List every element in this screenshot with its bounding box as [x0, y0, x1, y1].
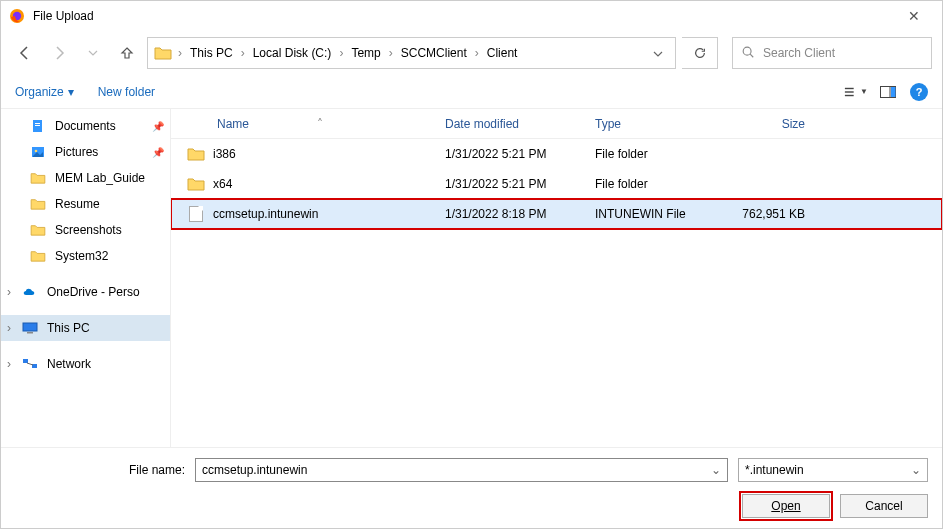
help-button[interactable]: ? — [910, 83, 928, 101]
refresh-button[interactable] — [682, 37, 718, 69]
filename-combobox[interactable]: ⌄ — [195, 458, 728, 482]
file-name: i386 — [213, 147, 236, 161]
file-type: INTUNEWIN File — [595, 207, 727, 221]
folder-icon — [187, 175, 205, 193]
thispc-icon — [21, 321, 39, 335]
up-button[interactable] — [113, 39, 141, 67]
file-filter[interactable]: *.intunewin ⌄ — [738, 458, 928, 482]
svg-rect-16 — [27, 332, 33, 334]
svg-rect-11 — [35, 123, 40, 124]
window-title: File Upload — [33, 9, 894, 23]
chevron-right-icon[interactable]: › — [176, 46, 184, 60]
sort-indicator-icon: ˄ — [317, 117, 323, 131]
folder-icon — [29, 249, 47, 263]
sidebar-item-memlab[interactable]: MEM Lab_Guide — [1, 165, 170, 191]
breadcrumb-local-disk[interactable]: Local Disk (C:) — [251, 46, 334, 60]
svg-rect-15 — [23, 323, 37, 331]
organize-button[interactable]: Organize ▾ — [15, 85, 74, 99]
sidebar-item-label: System32 — [55, 249, 108, 263]
close-icon[interactable]: ✕ — [894, 8, 934, 24]
folder-icon — [29, 223, 47, 237]
open-button[interactable]: Open — [742, 494, 830, 518]
sidebar-item-documents[interactable]: Documents 📌 — [1, 113, 170, 139]
back-button[interactable] — [11, 39, 39, 67]
sidebar-item-thispc[interactable]: › This PC — [1, 315, 170, 341]
sidebar-item-resume[interactable]: Resume — [1, 191, 170, 217]
file-size: 762,951 KB — [727, 207, 813, 221]
search-box[interactable] — [732, 37, 932, 69]
sidebar-item-pictures[interactable]: Pictures 📌 — [1, 139, 170, 165]
column-size[interactable]: Size — [727, 117, 813, 131]
breadcrumb-sccmclient[interactable]: SCCMClient — [399, 46, 469, 60]
sidebar-item-screenshots[interactable]: Screenshots — [1, 217, 170, 243]
address-dropdown[interactable] — [647, 46, 669, 60]
sidebar-item-label: This PC — [47, 321, 90, 335]
column-type[interactable]: Type — [595, 117, 727, 131]
file-row[interactable]: i386 1/31/2022 5:21 PM File folder — [171, 139, 942, 169]
file-date: 1/31/2022 5:21 PM — [445, 147, 595, 161]
column-date[interactable]: Date modified — [445, 117, 595, 131]
file-row[interactable]: x64 1/31/2022 5:21 PM File folder — [171, 169, 942, 199]
chevron-down-icon[interactable]: ⌄ — [711, 463, 721, 477]
expand-icon[interactable]: › — [7, 321, 11, 335]
new-folder-button[interactable]: New folder — [98, 85, 155, 99]
network-icon — [21, 357, 39, 371]
recent-locations-button[interactable] — [79, 39, 107, 67]
column-headers: Name ˄ Date modified Type Size — [171, 109, 942, 139]
folder-icon — [29, 171, 47, 185]
svg-line-3 — [750, 54, 753, 57]
breadcrumb-client[interactable]: Client — [485, 46, 520, 60]
chevron-right-icon[interactable]: › — [387, 46, 395, 60]
sidebar-item-label: Network — [47, 357, 91, 371]
footer: File name: ⌄ *.intunewin ⌄ Open Cancel — [1, 447, 942, 528]
file-date: 1/31/2022 5:21 PM — [445, 177, 595, 191]
forward-button[interactable] — [45, 39, 73, 67]
breadcrumb-temp[interactable]: Temp — [349, 46, 382, 60]
pictures-icon — [29, 145, 47, 159]
sidebar-item-label: Screenshots — [55, 223, 122, 237]
sidebar-item-system32[interactable]: System32 — [1, 243, 170, 269]
file-type: File folder — [595, 147, 727, 161]
sidebar-item-network[interactable]: › Network — [1, 351, 170, 377]
expand-icon[interactable]: › — [7, 357, 11, 371]
pin-icon: 📌 — [152, 121, 164, 132]
svg-rect-12 — [35, 125, 40, 126]
filter-value: *.intunewin — [745, 463, 804, 477]
search-input[interactable] — [763, 46, 923, 60]
cancel-button[interactable]: Cancel — [840, 494, 928, 518]
expand-icon[interactable]: › — [7, 285, 11, 299]
filename-label: File name: — [15, 463, 185, 477]
onedrive-icon — [21, 285, 39, 299]
chevron-right-icon[interactable]: › — [239, 46, 247, 60]
sidebar-item-onedrive[interactable]: › OneDrive - Perso — [1, 279, 170, 305]
preview-pane-button[interactable] — [876, 80, 900, 104]
search-icon — [741, 45, 755, 62]
navbar: › This PC › Local Disk (C:) › Temp › SCC… — [1, 31, 942, 75]
chevron-right-icon[interactable]: › — [473, 46, 481, 60]
file-row[interactable]: ccmsetup.intunewin 1/31/2022 8:18 PM INT… — [171, 199, 942, 229]
sidebar: Documents 📌 Pictures 📌 MEM Lab_Guide Res… — [1, 109, 171, 447]
pin-icon: 📌 — [152, 147, 164, 158]
column-name[interactable]: Name ˄ — [187, 117, 445, 131]
documents-icon — [29, 119, 47, 133]
file-type: File folder — [595, 177, 727, 191]
svg-point-2 — [743, 47, 751, 55]
filename-input[interactable] — [202, 463, 711, 477]
view-options-button[interactable]: ▼ — [844, 80, 868, 104]
address-bar[interactable]: › This PC › Local Disk (C:) › Temp › SCC… — [147, 37, 676, 69]
file-pane: Name ˄ Date modified Type Size i386 1/31… — [171, 109, 942, 447]
folder-icon — [187, 145, 205, 163]
breadcrumb-this-pc[interactable]: This PC — [188, 46, 235, 60]
sidebar-item-label: OneDrive - Perso — [47, 285, 140, 299]
svg-point-14 — [35, 150, 38, 153]
chevron-down-icon: ▾ — [68, 85, 74, 99]
folder-icon — [29, 197, 47, 211]
svg-rect-17 — [23, 359, 28, 363]
titlebar: File Upload ✕ — [1, 1, 942, 31]
sidebar-item-label: Pictures — [55, 145, 98, 159]
sidebar-item-label: Documents — [55, 119, 116, 133]
chevron-right-icon[interactable]: › — [337, 46, 345, 60]
toolbar: Organize ▾ New folder ▼ ? — [1, 75, 942, 109]
file-name: ccmsetup.intunewin — [213, 207, 318, 221]
sidebar-item-label: MEM Lab_Guide — [55, 171, 145, 185]
